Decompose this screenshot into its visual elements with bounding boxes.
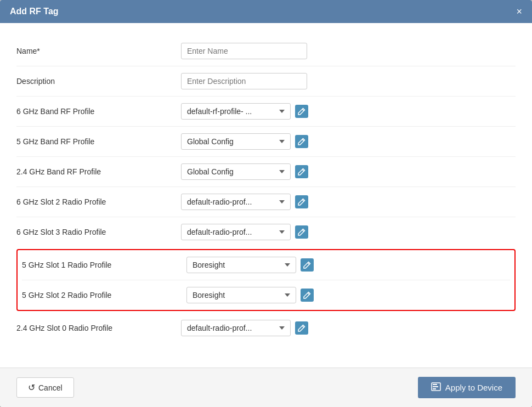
control-group-6ghz-slot2-radio-profile: default-radio-prof... (181, 194, 308, 210)
edit-icon-6ghz-slot3-radio-profile[interactable] (295, 225, 308, 239)
row-5ghz-slot1-radio-profile: 5 GHz Slot 1 Radio ProfileBoresight (22, 250, 510, 280)
apply-label: Apply to Device (445, 383, 502, 392)
cancel-button[interactable]: ↺ Cancel (16, 377, 74, 398)
control-group-5ghz-slot1-radio-profile: Boresight (186, 257, 314, 273)
select-24ghz-band-rf-profile[interactable]: Global Config (181, 163, 291, 180)
description-control-group (181, 73, 307, 89)
edit-icon-6ghz-band-rf-profile[interactable] (295, 105, 308, 118)
edit-icon-5ghz-slot2-radio-profile[interactable] (301, 289, 314, 302)
description-label: Description (16, 77, 181, 86)
select-6ghz-slot2-radio-profile[interactable]: default-radio-prof... (181, 194, 291, 210)
svg-rect-1 (433, 384, 437, 385)
label-6ghz-band-rf-profile: 6 GHz Band RF Profile (16, 107, 181, 116)
svg-rect-2 (433, 386, 438, 387)
dialog-body: Name* Description 6 GHz Band RF Profiled… (0, 23, 532, 368)
edit-icon-24ghz-slot0-radio-profile[interactable] (295, 321, 308, 335)
label-6ghz-slot2-radio-profile: 6 GHz Slot 2 Radio Profile (16, 197, 181, 206)
control-group-24ghz-band-rf-profile: Global Config (181, 163, 308, 180)
row-24ghz-band-rf-profile: 2.4 GHz Band RF ProfileGlobal Config (16, 157, 516, 187)
cancel-label: Cancel (38, 383, 63, 392)
highlighted-rows-container: 5 GHz Slot 1 Radio ProfileBoresight5 GHz… (22, 250, 510, 310)
dialog-footer: ↺ Cancel Apply to Device (0, 368, 532, 407)
close-button[interactable]: × (516, 7, 522, 16)
label-5ghz-slot2-radio-profile: 5 GHz Slot 2 Radio Profile (22, 291, 186, 299)
description-row: Description (16, 66, 516, 97)
row-6ghz-slot3-radio-profile: 6 GHz Slot 3 Radio Profiledefault-radio-… (16, 217, 516, 247)
apply-icon (431, 382, 441, 393)
last-row-container: 2.4 GHz Slot 0 Radio Profiledefault-radi… (16, 313, 516, 343)
label-24ghz-slot0-radio-profile: 2.4 GHz Slot 0 Radio Profile (16, 324, 181, 332)
select-5ghz-slot1-radio-profile[interactable]: Boresight (186, 257, 296, 273)
add-rf-tag-dialog: Add RF Tag × Name* Description 6 GHz Ban… (0, 0, 532, 407)
description-input[interactable] (181, 73, 307, 89)
select-5ghz-band-rf-profile[interactable]: Global Config (181, 133, 291, 150)
select-6ghz-band-rf-profile[interactable]: default-rf-profile- ... (181, 103, 291, 120)
edit-icon-6ghz-slot2-radio-profile[interactable] (295, 195, 308, 208)
edit-icon-24ghz-band-rf-profile[interactable] (295, 165, 308, 178)
label-6ghz-slot3-radio-profile: 6 GHz Slot 3 Radio Profile (16, 228, 181, 236)
name-label: Name* (16, 47, 181, 55)
control-group-6ghz-band-rf-profile: default-rf-profile- ... (181, 103, 308, 120)
label-24ghz-band-rf-profile: 2.4 GHz Band RF Profile (16, 167, 181, 176)
apply-button[interactable]: Apply to Device (418, 377, 516, 398)
control-group-5ghz-band-rf-profile: Global Config (181, 133, 308, 150)
dialog-header: Add RF Tag × (0, 0, 532, 23)
highlighted-section: 5 GHz Slot 1 Radio ProfileBoresight5 GHz… (16, 249, 516, 311)
name-input[interactable] (181, 43, 307, 59)
row-24ghz-slot0-radio-profile: 2.4 GHz Slot 0 Radio Profiledefault-radi… (16, 313, 516, 343)
dialog-title: Add RF Tag (10, 7, 59, 16)
name-control-group (181, 43, 307, 59)
label-5ghz-slot1-radio-profile: 5 GHz Slot 1 Radio Profile (22, 261, 186, 269)
cancel-icon: ↺ (28, 382, 35, 393)
regular-rows-before: 6 GHz Band RF Profiledefault-rf-profile-… (16, 97, 516, 247)
row-6ghz-band-rf-profile: 6 GHz Band RF Profiledefault-rf-profile-… (16, 97, 516, 127)
control-group-5ghz-slot2-radio-profile: Boresight (186, 287, 314, 303)
select-6ghz-slot3-radio-profile[interactable]: default-radio-prof... (181, 224, 291, 240)
name-row: Name* (16, 36, 516, 66)
label-5ghz-band-rf-profile: 5 GHz Band RF Profile (16, 137, 181, 146)
edit-icon-5ghz-slot1-radio-profile[interactable] (301, 258, 314, 272)
row-5ghz-slot2-radio-profile: 5 GHz Slot 2 Radio ProfileBoresight (22, 280, 510, 310)
svg-rect-3 (433, 388, 436, 389)
control-group-24ghz-slot0-radio-profile: default-radio-prof... (181, 320, 308, 336)
select-24ghz-slot0-radio-profile[interactable]: default-radio-prof... (181, 320, 291, 336)
control-group-6ghz-slot3-radio-profile: default-radio-prof... (181, 224, 308, 240)
row-5ghz-band-rf-profile: 5 GHz Band RF ProfileGlobal Config (16, 127, 516, 157)
select-5ghz-slot2-radio-profile[interactable]: Boresight (186, 287, 296, 303)
row-6ghz-slot2-radio-profile: 6 GHz Slot 2 Radio Profiledefault-radio-… (16, 187, 516, 217)
edit-icon-5ghz-band-rf-profile[interactable] (295, 135, 308, 148)
